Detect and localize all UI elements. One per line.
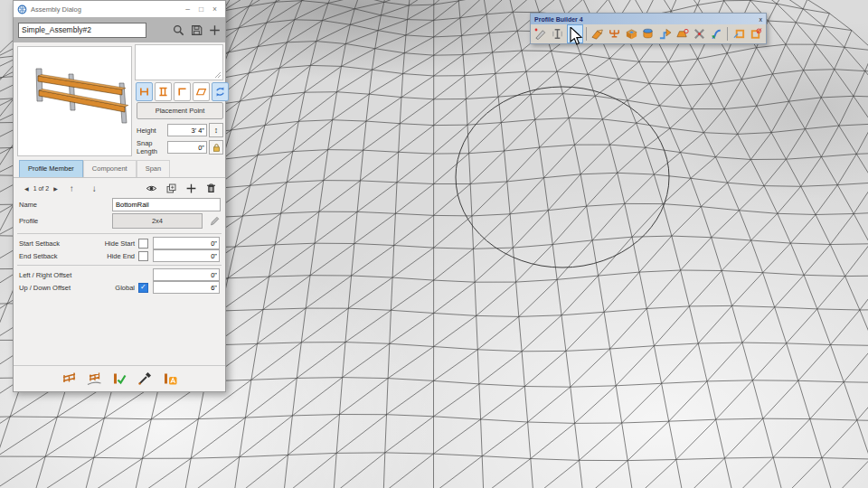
- dialog-titlebar[interactable]: Assembly Dialog – □ ×: [14, 1, 225, 18]
- member-name-row: Name: [19, 197, 221, 211]
- placement-point-button[interactable]: Placement Point: [137, 102, 223, 119]
- spacing-icon[interactable]: [155, 82, 172, 101]
- snap-length-row: Snap Length: [137, 140, 223, 155]
- snap-length-label: Snap Length: [137, 139, 167, 155]
- chisel-icon[interactable]: [589, 24, 605, 43]
- height-stepper-icon[interactable]: ↕: [209, 123, 223, 137]
- end-setback-input[interactable]: [153, 249, 220, 262]
- move-down-icon[interactable]: ↓: [83, 183, 106, 193]
- search-icon[interactable]: [173, 24, 184, 36]
- assembly-dialog: Assembly Dialog – □ × Placement Point: [13, 0, 226, 392]
- up-down-offset-row: Up / Down Offset Global: [19, 281, 220, 294]
- maximize-button[interactable]: □: [194, 5, 208, 14]
- end-setback-row: End Setback Hide End: [19, 249, 220, 262]
- assembly-name-input[interactable]: [18, 23, 146, 38]
- member-name-input[interactable]: [112, 198, 221, 211]
- snap-length-input[interactable]: [167, 141, 207, 154]
- left-right-offset-label: Left / Right Offset: [19, 271, 153, 279]
- build-assembly-icon[interactable]: [606, 24, 622, 43]
- visibility-eye-icon[interactable]: [146, 183, 157, 194]
- add-assembly-icon[interactable]: [209, 24, 221, 36]
- draw-profile-member-icon[interactable]: [533, 24, 549, 43]
- quantify-icon[interactable]: [675, 24, 691, 43]
- hide-start-checkbox[interactable]: [138, 239, 148, 249]
- box-extrude-icon[interactable]: [623, 24, 639, 43]
- profile-label: Profile: [19, 217, 112, 225]
- resize-grip-icon[interactable]: [214, 71, 222, 79]
- toolbar-close-icon[interactable]: x: [760, 16, 763, 23]
- assembly-option-buttons: [136, 82, 229, 101]
- assemble-along-path-icon[interactable]: [86, 371, 102, 387]
- profile-row: Profile 2x4: [19, 213, 221, 228]
- global-checkbox[interactable]: [138, 283, 148, 293]
- edit-profile-pencil-icon[interactable]: [209, 215, 221, 227]
- hide-end-checkbox[interactable]: [138, 251, 148, 261]
- profile-builder-toolbar: Profile Builder 4 x: [530, 13, 767, 44]
- follow-path-icon[interactable]: [657, 24, 674, 43]
- left-right-offset-input[interactable]: [153, 268, 220, 281]
- tab-profile-member[interactable]: Profile Member: [19, 160, 83, 177]
- snap-lock-icon[interactable]: [209, 140, 223, 155]
- assembly-preview: [17, 46, 132, 156]
- start-setback-input[interactable]: [153, 237, 220, 249]
- toolbar-body: [531, 24, 766, 43]
- profile-select-button[interactable]: 2x4: [112, 213, 203, 229]
- prev-member-icon[interactable]: ◀: [22, 185, 32, 192]
- toolbar-title: Profile Builder 4: [534, 16, 760, 23]
- height-label: Height: [137, 127, 167, 135]
- build-assembly-icon[interactable]: [61, 371, 77, 387]
- divider: [17, 265, 222, 266]
- corner-icon[interactable]: [174, 82, 191, 101]
- toolbar-separator-2: [727, 27, 728, 41]
- smart-path-icon[interactable]: [708, 24, 724, 43]
- auto-refresh-icon[interactable]: [212, 82, 229, 101]
- height-row: Height ↕: [137, 123, 223, 137]
- profile-circle-icon[interactable]: [748, 24, 764, 43]
- up-down-offset-input[interactable]: [153, 281, 220, 294]
- global-label: Global: [115, 284, 135, 292]
- height-input[interactable]: [167, 124, 207, 136]
- duplicate-member-icon[interactable]: [165, 183, 177, 194]
- divider: [17, 233, 222, 234]
- app-icon: [17, 5, 27, 14]
- auto-update-icon[interactable]: [162, 371, 178, 387]
- end-setback-label: End Setback: [19, 252, 107, 260]
- left-right-offset-row: Left / Right Offset: [19, 268, 220, 281]
- add-member-icon[interactable]: [185, 183, 197, 194]
- revolve-icon[interactable]: [640, 24, 656, 43]
- assembly-name-bar: [14, 17, 225, 42]
- up-down-offset-label: Up / Down Offset: [19, 284, 115, 292]
- eyedropper-icon[interactable]: [137, 371, 153, 387]
- edit-profile-icon[interactable]: [550, 24, 566, 43]
- skew-icon[interactable]: [193, 82, 210, 101]
- assembly-description-box[interactable]: [135, 44, 223, 80]
- member-navigation-row: ◀ 1 of 2 ▶ ↑ ↓: [14, 181, 225, 195]
- dialog-tabs: Profile Member Component Span: [14, 160, 225, 178]
- delete-member-icon[interactable]: [205, 183, 217, 194]
- mouse-cursor: [570, 27, 584, 47]
- toolbar-titlebar[interactable]: Profile Builder 4 x: [531, 14, 766, 24]
- apply-changes-icon[interactable]: [111, 371, 127, 387]
- fence-preview-image: [18, 47, 131, 155]
- hide-end-label: Hide End: [107, 252, 135, 260]
- close-button[interactable]: ×: [208, 5, 222, 14]
- start-setback-label: Start Setback: [19, 239, 105, 248]
- minimize-button[interactable]: –: [181, 5, 194, 14]
- hide-start-label: Hide Start: [105, 239, 135, 248]
- tab-component[interactable]: Component: [83, 160, 137, 177]
- dialog-title: Assembly Dialog: [31, 5, 181, 14]
- tab-span[interactable]: Span: [137, 160, 171, 177]
- move-up-icon[interactable]: ↑: [61, 183, 83, 193]
- trim-icon[interactable]: [692, 24, 708, 43]
- start-setback-row: Start Setback Hide Start: [19, 237, 220, 249]
- profile-from-face-icon[interactable]: [731, 24, 747, 43]
- stretch-members-icon[interactable]: [136, 82, 153, 101]
- save-icon[interactable]: [191, 24, 203, 36]
- dialog-footer-toolbar: [14, 365, 225, 391]
- pager-text: 1 of 2: [32, 185, 52, 192]
- toolbar-separator: [586, 27, 587, 41]
- member-name-label: Name: [19, 201, 112, 209]
- next-member-icon[interactable]: ▶: [51, 185, 61, 192]
